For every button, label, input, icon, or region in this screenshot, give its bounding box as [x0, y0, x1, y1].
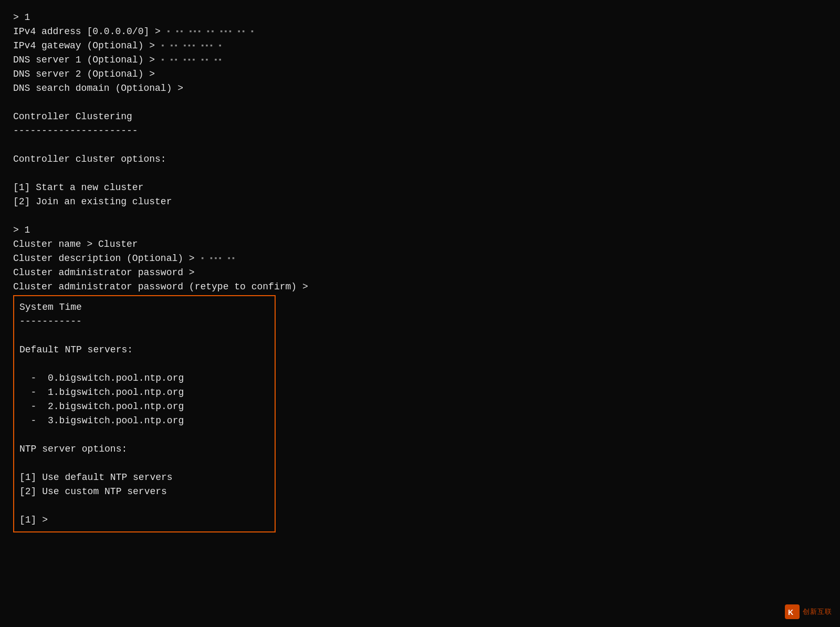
ntp-server-1: - 1.bigswitch.pool.ntp.org: [19, 385, 269, 400]
svg-text:K: K: [788, 608, 793, 616]
ntp-options-label: NTP server options:: [19, 442, 269, 456]
system-time-blank-4: [19, 456, 269, 471]
terminal-separator-1: ----------------------: [13, 124, 827, 138]
terminal-controller-clustering-header: Controller Clustering: [13, 110, 827, 124]
ntp-prompt: [1] >: [19, 513, 269, 527]
terminal-blank-3: [13, 166, 827, 181]
terminal-cluster-name: Cluster name > Cluster: [13, 237, 827, 252]
system-time-blank-5: [19, 499, 269, 513]
ntp-server-0: - 0.bigswitch.pool.ntp.org: [19, 371, 269, 385]
system-time-blank-2: [19, 357, 269, 371]
terminal-cluster-description: Cluster description (Optional) > ▪ ▪▪▪ ▪…: [13, 252, 827, 266]
terminal-line-3: IPv4 gateway (Optional) > ▪ ▪▪ ▪▪▪ ▪▪▪ ▪: [13, 39, 827, 53]
ntp-server-2: - 2.bigswitch.pool.ntp.org: [19, 400, 269, 414]
terminal-line-4: DNS server 1 (Optional) > ▪ ▪▪ ▪▪▪ ▪▪ ▪▪: [13, 53, 827, 67]
system-time-section: System Time ----------- Default NTP serv…: [13, 295, 276, 532]
system-time-blank-3: [19, 428, 269, 442]
default-ntp-label: Default NTP servers:: [19, 343, 269, 357]
ntp-option-1: [1] Use default NTP servers: [19, 471, 269, 485]
system-time-separator: -----------: [19, 315, 269, 329]
system-time-blank-1: [19, 329, 269, 343]
terminal-line-1: > 1: [13, 11, 827, 25]
terminal-line-5: DNS server 2 (Optional) >: [13, 67, 827, 81]
terminal-cluster-options-label: Controller cluster options:: [13, 152, 827, 166]
terminal-blank-4: [13, 209, 827, 223]
system-time-header: System Time: [19, 300, 269, 315]
terminal-prompt-1: > 1: [13, 223, 827, 237]
terminal-line-2: IPv4 address [0.0.0.0/0] > ▪ ▪▪ ▪▪▪ ▪▪ ▪…: [13, 25, 827, 39]
terminal-cluster-admin-password-confirm: Cluster administrator password (retype t…: [13, 280, 827, 294]
watermark-icon: K: [785, 604, 800, 619]
terminal-blank-2: [13, 138, 827, 152]
watermark: K 创新互联: [785, 604, 832, 619]
terminal-blank-1: [13, 96, 827, 110]
terminal-cluster-admin-password: Cluster administrator password >: [13, 266, 827, 280]
terminal-option-1: [1] Start a new cluster: [13, 181, 827, 195]
ntp-server-3: - 3.bigswitch.pool.ntp.org: [19, 414, 269, 428]
terminal-line-6: DNS search domain (Optional) >: [13, 81, 827, 96]
terminal-output: > 1 IPv4 address [0.0.0.0/0] > ▪ ▪▪ ▪▪▪ …: [10, 5, 830, 539]
terminal-option-2: [2] Join an existing cluster: [13, 195, 827, 209]
watermark-brand: 创新互联: [803, 607, 832, 617]
ntp-option-2: [2] Use custom NTP servers: [19, 485, 269, 499]
